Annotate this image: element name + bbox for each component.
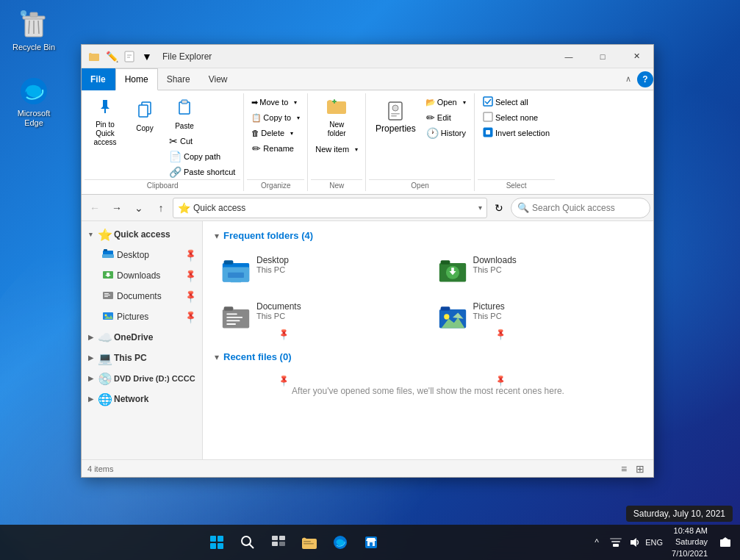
copy-path-button[interactable]: 📄 Copy path — [165, 149, 239, 164]
grid-view-button[interactable]: ⊞ — [633, 462, 647, 476]
copy-button[interactable]: Copy — [126, 95, 164, 139]
open-button[interactable]: 📂 Open — [423, 95, 460, 110]
svg-line-3 — [29, 21, 29, 34]
task-view-button[interactable] — [264, 528, 293, 557]
svg-rect-73 — [611, 541, 620, 542]
qat-edit-btn[interactable]: ✏️ — [104, 49, 120, 65]
search-bar[interactable]: 🔍 — [511, 198, 650, 218]
svg-rect-30 — [104, 249, 107, 251]
up-button[interactable]: ↑ — [151, 198, 171, 218]
close-button[interactable]: ✕ — [619, 45, 653, 68]
search-icon: 🔍 — [517, 202, 529, 213]
sidebar-item-desktop[interactable]: Desktop 📌 — [82, 245, 202, 265]
sidebar-onedrive[interactable]: ▶ ☁️ OneDrive — [82, 327, 202, 348]
copy-to-label: Copy to — [263, 113, 291, 122]
qat-folder-btn[interactable] — [86, 49, 102, 65]
maximize-button[interactable]: □ — [586, 45, 619, 68]
tab-view[interactable]: View — [200, 68, 237, 90]
paste-shortcut-button[interactable]: 🔗 Paste shortcut — [165, 165, 239, 179]
sidebar-network[interactable]: ▶ 🌐 Network — [82, 389, 202, 409]
delete-icon: 🗑 — [251, 129, 259, 137]
minimize-button[interactable]: — — [552, 45, 586, 68]
copy-to-arrow[interactable]: ▾ — [294, 110, 303, 125]
downloads-folder-name: Downloads — [473, 255, 636, 265]
start-button[interactable] — [202, 528, 231, 557]
desktop-icon-edge[interactable]: Microsoft Edge — [7, 73, 60, 131]
move-to-split: ➡ Move to ▾ — [248, 95, 303, 110]
open-arrow[interactable]: ▾ — [460, 95, 469, 110]
svg-rect-34 — [104, 295, 110, 295]
properties-button[interactable]: Properties — [370, 95, 421, 139]
explorer-body: ▾ ⭐ Quick access Desktop 📌 — [82, 221, 653, 459]
edit-icon: ✏ — [426, 112, 435, 123]
store-taskbar-button[interactable] — [356, 528, 386, 557]
svg-rect-63 — [279, 536, 285, 540]
qat-new-btn[interactable] — [121, 49, 137, 65]
tray-icons: ^ ENG — [588, 534, 663, 551]
frequent-folders-header[interactable]: ▾ Frequent folders (4) — [215, 230, 642, 241]
search-taskbar-button[interactable] — [233, 528, 262, 557]
recent-locations-button[interactable]: ⌄ — [129, 198, 149, 218]
edge-taskbar-button[interactable] — [326, 528, 355, 557]
language-tray-icon[interactable]: ENG — [645, 534, 663, 551]
paste-button[interactable]: Paste — [165, 95, 204, 133]
tab-file[interactable]: File — [82, 68, 115, 90]
desktop-label: Desktop — [117, 250, 149, 260]
edit-button[interactable]: ✏ Edit — [423, 110, 470, 125]
move-to-arrow[interactable]: ▾ — [291, 95, 300, 110]
sidebar-item-pictures[interactable]: Pictures 📌 — [82, 306, 202, 327]
network-label: Network — [114, 394, 148, 404]
forward-button[interactable]: → — [107, 198, 127, 218]
system-clock[interactable]: 10:48 AM Saturday 7/10/2021 — [666, 525, 714, 559]
copy-path-icon: 📄 — [169, 151, 182, 162]
svg-rect-2 — [30, 12, 37, 17]
address-bar[interactable]: ⭐ Quick access ▾ — [173, 198, 487, 218]
recent-files-header[interactable]: ▾ Recent files (0) — [215, 351, 642, 362]
refresh-button[interactable]: ↻ — [489, 198, 509, 218]
help-button[interactable]: ? — [637, 71, 653, 87]
tab-share[interactable]: Share — [158, 68, 200, 90]
sidebar-quick-access-header[interactable]: ▾ ⭐ Quick access — [82, 224, 202, 245]
copy-to-button[interactable]: 📋 Copy to — [248, 110, 294, 125]
notifications-button[interactable] — [716, 534, 734, 551]
sidebar-item-downloads[interactable]: Downloads 📌 — [82, 265, 202, 286]
select-none-button[interactable]: Select none — [479, 110, 553, 125]
rename-button[interactable]: ✏ Rename — [248, 141, 303, 156]
back-button[interactable]: ← — [85, 198, 105, 218]
delete-button[interactable]: 🗑 Delete — [248, 126, 287, 140]
desktop-icon-recycle-bin[interactable]: Recycle Bin — [7, 7, 60, 55]
delete-arrow[interactable]: ▾ — [287, 126, 296, 140]
list-view-button[interactable]: ≡ — [617, 462, 631, 476]
volume-tray-icon[interactable] — [626, 534, 644, 551]
file-explorer-taskbar-button[interactable] — [295, 528, 324, 557]
move-to-button[interactable]: ➡ Move to — [248, 95, 291, 110]
svg-rect-14 — [139, 105, 148, 117]
ribbon-collapse-btn[interactable]: ∧ — [622, 71, 634, 87]
sidebar-item-documents[interactable]: Documents 📌 — [82, 286, 202, 306]
tab-home[interactable]: Home — [115, 68, 158, 90]
search-input[interactable] — [532, 203, 644, 213]
select-buttons: Select all Select none — [478, 93, 555, 179]
new-folder-button[interactable]: Newfolder — [317, 95, 356, 140]
svg-point-60 — [242, 536, 251, 545]
sidebar-dvd-drive[interactable]: ▶ 💿 DVD Drive (D:) CCCC — [82, 368, 202, 389]
status-text: 4 items — [87, 464, 617, 473]
pin-to-quick-access-button[interactable]: Pin to Quick access — [86, 95, 124, 149]
network-tray-icon[interactable] — [607, 534, 625, 551]
new-item-arrow[interactable]: ▾ — [352, 142, 361, 157]
taskbar: ^ ENG 10:48 AM Sa — [0, 525, 740, 560]
qat-down-btn[interactable]: ▼ — [139, 49, 155, 65]
paste-shortcut-label: Paste shortcut — [184, 168, 235, 176]
sidebar-this-pc[interactable]: ▶ 💻 This PC — [82, 348, 202, 368]
downloads-folder-icon-large — [438, 256, 467, 285]
invert-selection-button[interactable]: Invert selection — [479, 126, 553, 140]
history-button[interactable]: 🕐 History — [423, 126, 470, 140]
svg-rect-49 — [226, 313, 237, 315]
ribbon: File Home Share View ∧ ? — [82, 68, 653, 195]
dvd-drive-expand-icon: ▶ — [85, 373, 96, 384]
show-hidden-tray-button[interactable]: ^ — [588, 534, 606, 551]
cut-button[interactable]: ✂ Cut — [165, 134, 239, 148]
new-item-button[interactable]: New item — [312, 142, 352, 157]
select-all-button[interactable]: Select all — [479, 95, 553, 110]
svg-rect-29 — [102, 254, 114, 258]
